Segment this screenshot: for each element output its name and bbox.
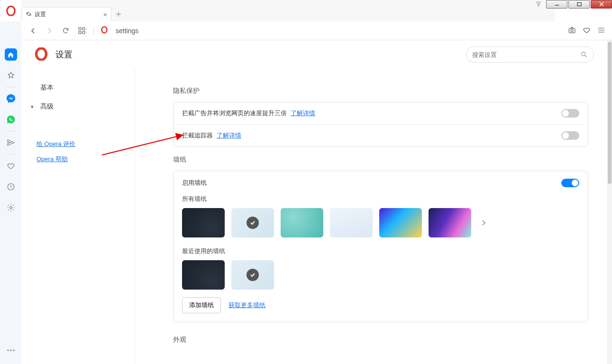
wallpaper-next-icon[interactable] [478,217,489,228]
page-title: 设置 [55,49,73,60]
adblock-toggle[interactable] [561,109,579,118]
settings-search[interactable] [466,46,594,63]
nav-opera-help[interactable]: Opera 帮助 [37,155,135,164]
maximize-button[interactable] [568,0,590,9]
svg-point-13 [13,349,14,351]
tab-settings[interactable]: 设置 × [21,7,111,21]
sidebar-whatsapp[interactable] [0,109,21,130]
wallpaper-thumb-4[interactable] [330,208,373,237]
section-wallpaper-title: 墙纸 [173,155,588,164]
tracker-block-label: 拦截追踪器 [182,131,213,140]
svg-rect-4 [79,31,81,34]
sidebar-personal-news[interactable] [0,132,21,153]
wallpaper-thumb-3[interactable] [281,208,323,237]
svg-rect-3 [82,27,85,30]
nav-advanced[interactable]: ▾ 高级 [31,97,135,116]
section-appearance-title: 外观 [173,336,588,344]
bookmark-heart-icon[interactable] [583,26,591,36]
wallpaper-thumb-5[interactable] [379,208,422,237]
sidebar-bookmarks[interactable] [0,65,21,86]
svg-point-12 [10,349,11,351]
svg-point-10 [9,207,12,209]
check-icon [247,217,259,229]
url-text[interactable]: settings [114,27,562,35]
back-button[interactable] [28,26,38,36]
settings-search-input[interactable] [472,51,580,58]
snapshot-icon[interactable] [568,26,576,36]
svg-rect-0 [577,3,581,6]
privacy-card: 拦截广告并将浏览网页的速度提升三倍 了解详情 拦截追踪器 了解详情 [173,102,588,147]
settings-content[interactable]: 隐私保护 拦截广告并将浏览网页的速度提升三倍 了解详情 拦截追踪器 了解详情 [135,69,607,364]
sidebar [0,21,21,364]
all-wallpapers-label: 所有墙纸 [182,195,579,203]
forward-button[interactable] [44,26,55,36]
enable-wallpaper-label: 启用墙纸 [182,179,207,187]
reload-button[interactable] [60,26,71,36]
gear-icon [26,11,32,18]
settings-nav: 基本 ▾ 高级 给 Opera 评价 Opera 帮助 [21,69,135,364]
enable-wallpaper-toggle[interactable] [561,179,579,187]
nav-rate-opera[interactable]: 给 Opera 评价 [37,140,135,148]
svg-rect-2 [79,27,81,30]
search-icon [580,51,588,58]
svg-point-1 [7,6,15,15]
new-tab-button[interactable] [113,9,124,19]
scrollbar-track[interactable] [607,40,612,364]
tab-title: 设置 [35,10,46,18]
download-indicator-icon[interactable] [532,0,545,9]
get-more-wallpaper-link[interactable]: 获取更多墙纸 [228,301,265,309]
speed-dial-button[interactable] [76,26,87,36]
tab-strip: 设置 × [21,0,555,21]
minimize-button[interactable] [546,0,567,9]
opera-logo-icon [35,47,48,62]
wallpaper-thumb-6[interactable] [429,208,471,237]
wallpaper-card: 启用墙纸 所有墙纸 [173,171,588,322]
recent-wallpapers-label: 最近使用的墙纸 [182,247,579,255]
close-button[interactable] [591,0,612,9]
scrollbar-thumb[interactable] [608,42,612,184]
sidebar-settings[interactable] [0,197,21,218]
close-tab-icon[interactable]: × [103,11,107,18]
chevron-down-icon: ▾ [31,104,37,110]
row-adblock: 拦截广告并将浏览网页的速度提升三倍 了解详情 [174,102,588,124]
adblock-label: 拦截广告并将浏览网页的速度提升三倍 [182,109,287,118]
opera-url-icon [100,26,108,35]
sidebar-history[interactable] [0,176,21,197]
svg-point-15 [582,52,585,56]
tracker-toggle[interactable] [561,131,579,140]
svg-point-11 [7,349,9,351]
sidebar-favorites[interactable] [0,155,21,176]
nav-basic[interactable]: 基本 [31,78,135,97]
add-wallpaper-button[interactable]: 添加墙纸 [182,297,221,313]
row-tracker-block: 拦截追踪器 了解详情 [174,124,588,146]
tracker-learn-more[interactable]: 了解详情 [217,131,241,140]
recent-wallpaper-thumb-1[interactable] [182,260,225,290]
easy-setup-icon[interactable] [597,26,605,36]
wallpaper-thumb-2[interactable] [231,208,274,237]
svg-point-14 [37,48,46,60]
wallpaper-thumb-1[interactable] [182,208,225,237]
recent-wallpaper-thumb-2[interactable] [231,260,274,290]
check-icon [247,269,259,281]
opera-menu-button[interactable] [0,0,21,21]
svg-point-8 [571,29,573,31]
adblock-learn-more[interactable]: 了解详情 [291,109,315,118]
svg-rect-5 [82,31,85,34]
svg-point-6 [102,27,107,33]
address-bar: settings [21,21,612,40]
settings-header: 设置 [21,40,607,69]
section-privacy-title: 隐私保护 [173,87,588,95]
sidebar-home[interactable] [0,44,21,65]
sidebar-more[interactable] [0,343,21,364]
sidebar-messenger[interactable] [0,88,21,109]
